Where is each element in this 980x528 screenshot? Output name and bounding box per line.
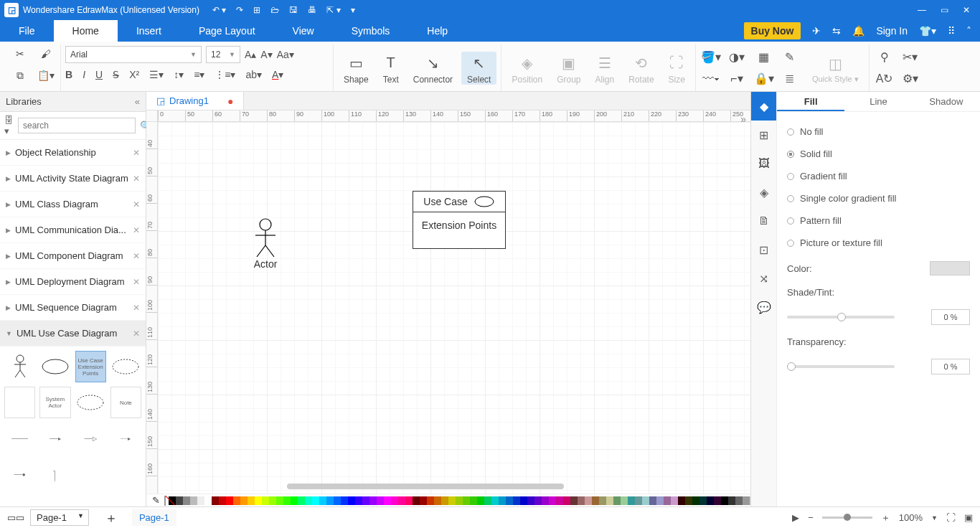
color-swatch[interactable] <box>463 496 470 505</box>
undo-icon[interactable]: ↶ ▾ <box>212 5 226 15</box>
color-swatch[interactable] <box>685 496 692 505</box>
paste-icon[interactable]: 📋▾ <box>36 66 56 85</box>
connector-button[interactable]: ↘Connector <box>407 52 458 85</box>
lock-icon[interactable]: 🔒▾ <box>753 70 775 88</box>
transparency-slider[interactable] <box>787 365 895 368</box>
underline-icon[interactable]: U <box>95 69 103 80</box>
shape-button[interactable]: ▭Shape <box>338 52 374 85</box>
shape-usecase-ext[interactable]: Use Case Extension Points <box>75 351 106 382</box>
color-swatch[interactable] <box>506 496 513 505</box>
shape-blank[interactable] <box>4 387 35 418</box>
color-swatch[interactable] <box>319 496 326 505</box>
color-swatch[interactable] <box>448 496 456 505</box>
radio-solid-fill[interactable]: Solid fill <box>787 143 970 165</box>
color-swatch[interactable] <box>197 496 204 505</box>
strike-icon[interactable]: S̶ <box>113 69 119 80</box>
color-swatch[interactable] <box>326 496 334 505</box>
add-page-icon[interactable]: ＋ <box>105 509 118 527</box>
color-swatch[interactable] <box>434 496 441 505</box>
library-item[interactable]: ▶Object Relationship✕ <box>0 140 146 166</box>
bullets-icon[interactable]: ⋮≡▾ <box>215 69 235 80</box>
tab-help[interactable]: Help <box>408 20 466 42</box>
library-menu-icon[interactable]: 🗄▾ <box>4 115 14 136</box>
shape-usecase[interactable] <box>39 351 70 382</box>
color-swatch[interactable] <box>441 496 448 505</box>
color-swatch[interactable] <box>556 496 563 505</box>
color-swatch[interactable] <box>527 496 534 505</box>
color-swatch[interactable] <box>671 496 678 505</box>
prop-tab-shadow[interactable]: Shadow <box>913 92 980 111</box>
library-item[interactable]: ▶UML Communication Dia...✕ <box>0 217 146 243</box>
color-swatch[interactable] <box>334 496 341 505</box>
color-swatch[interactable] <box>721 496 728 505</box>
page-combo[interactable]: Page-1▼ <box>30 509 89 526</box>
color-swatch[interactable] <box>269 496 276 505</box>
color-swatch[interactable] <box>398 496 405 505</box>
color-swatch[interactable] <box>664 496 671 505</box>
shade-slider[interactable] <box>787 316 895 319</box>
shape-note[interactable]: Note <box>110 387 141 418</box>
export-icon[interactable]: ⇱ ▾ <box>326 5 340 15</box>
bell-icon[interactable]: 🔔 <box>852 25 864 37</box>
minimize-icon[interactable]: — <box>918 5 926 15</box>
color-swatch[interactable] <box>190 496 197 505</box>
print-icon[interactable]: 🖶 <box>308 5 316 15</box>
color-swatch[interactable] <box>391 496 398 505</box>
tab-view[interactable]: View <box>274 20 333 42</box>
play-icon[interactable]: ▶ <box>792 512 799 523</box>
line-icon[interactable]: 〰▾ <box>700 70 722 88</box>
shape-line1[interactable]: ──── <box>4 423 35 454</box>
color-swatch[interactable] <box>628 496 635 505</box>
library-search-input[interactable] <box>18 118 136 133</box>
tab-insert[interactable]: Insert <box>118 20 180 42</box>
color-swatch[interactable] <box>491 496 499 505</box>
color-swatch[interactable] <box>255 496 262 505</box>
shape-line3[interactable]: ──▷ <box>75 423 106 454</box>
color-swatch[interactable] <box>233 496 240 505</box>
document-tab[interactable]: ◲ Drawing1 ● <box>146 92 244 110</box>
color-swatch[interactable] <box>635 496 642 505</box>
font-size-combo[interactable]: 12▼ <box>206 46 240 63</box>
tab-symbols[interactable]: Symbols <box>333 20 409 42</box>
more-icon[interactable]: ▾ <box>351 5 355 15</box>
color-swatch[interactable] <box>570 496 578 505</box>
color-swatch[interactable] <box>692 496 699 505</box>
theme-icon[interactable]: ▦ <box>753 48 775 67</box>
zoom-out-icon[interactable]: − <box>808 512 814 523</box>
select-button[interactable]: ↖Select <box>461 52 496 85</box>
tab-page-layout[interactable]: Page Layout <box>180 20 274 42</box>
maximize-icon[interactable]: ▭ <box>941 5 948 15</box>
new-icon[interactable]: ⊞ <box>253 5 260 15</box>
shade-value[interactable]: 0 % <box>931 309 970 325</box>
color-swatch[interactable] <box>743 496 750 505</box>
color-swatch[interactable] <box>219 496 226 505</box>
change-case-icon[interactable]: Aa▾ <box>277 49 294 60</box>
share-icon[interactable]: ⇆ <box>832 25 841 37</box>
shape-line5[interactable]: ──● <box>4 458 35 490</box>
actor-shape[interactable]: Actor <box>253 218 278 270</box>
tshirt-icon[interactable]: 👕▾ <box>919 25 936 37</box>
image-panel-icon[interactable]: 🖼 <box>751 149 776 178</box>
font-color-icon[interactable]: A▾ <box>272 69 283 80</box>
radio-pattern-fill[interactable]: Pattern fill <box>787 209 970 232</box>
radio-no-fill[interactable]: No fill <box>787 121 970 143</box>
fill-panel-icon[interactable]: ◆ <box>751 92 776 121</box>
library-item[interactable]: ▶UML Class Diagram✕ <box>0 192 146 217</box>
color-swatch[interactable] <box>420 496 427 505</box>
replace-icon[interactable]: A↻ <box>874 70 895 88</box>
text-direction-icon[interactable]: ab▾ <box>245 69 262 80</box>
shape-system-actor[interactable]: System Actor <box>39 387 70 418</box>
color-swatch[interactable] <box>176 496 183 505</box>
zoom-slider[interactable] <box>822 517 872 519</box>
superscript-icon[interactable]: X² <box>129 69 139 80</box>
color-swatch[interactable] <box>513 496 520 505</box>
layers-panel-icon[interactable]: ◈ <box>751 178 776 207</box>
effects-icon[interactable]: ✎ <box>779 48 801 67</box>
horizontal-scrollbar[interactable] <box>287 484 564 489</box>
page-list-icon[interactable]: ▭▭ <box>7 512 24 523</box>
color-swatch[interactable] <box>276 496 283 505</box>
options-icon[interactable]: ⚙▾ <box>900 70 921 88</box>
highlight-icon[interactable]: ☰▾ <box>149 69 164 80</box>
color-swatch[interactable] <box>549 496 556 505</box>
line-spacing-icon[interactable]: ↕▾ <box>174 69 184 80</box>
